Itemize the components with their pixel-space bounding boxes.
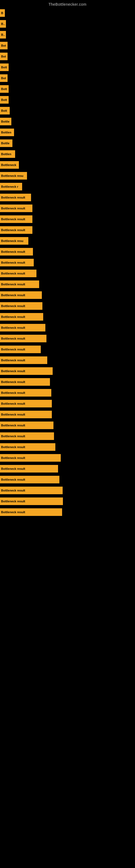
bar: Bottleneck result [0, 497, 63, 505]
bar-row: Bo [0, 29, 135, 40]
bar-row: Bottleneck result [0, 409, 135, 420]
bar: B [0, 9, 5, 17]
bar: Bo [0, 20, 6, 28]
bar-label: Bottleneck result [1, 250, 25, 253]
bar-row: Bottleneck result [0, 474, 135, 485]
bar-row: Bottleneck resu [0, 170, 135, 181]
bar: Bot [0, 53, 8, 60]
bar-label: Bott [1, 87, 7, 91]
bar: Bottleneck result [0, 443, 55, 451]
bar-label: Bottleneck r [1, 185, 18, 188]
bar-label: Bottleneck resu [1, 239, 24, 243]
bar: Bottleneck [0, 161, 19, 169]
bar-label: Bottleneck result [1, 283, 25, 286]
bar-row: Bottleneck result [0, 192, 135, 203]
bar-row: Bottleneck result [0, 496, 135, 507]
bar: Bottleneck result [0, 215, 32, 223]
bar-row: Bottleneck result [0, 311, 135, 322]
bar-row: Bottleneck result [0, 322, 135, 333]
bar-row: Bott [0, 62, 135, 73]
bar-row: Bot [0, 40, 135, 51]
bar-label: Bottlen [1, 152, 11, 156]
bar-row: Bottleneck result [0, 214, 135, 225]
bar-label: Bottleneck result [1, 402, 25, 405]
bar-label: Bottleneck result [1, 348, 25, 351]
bar-row: Bottleneck resu [0, 236, 135, 246]
bar: Bottleneck result [0, 508, 62, 516]
bar-row: Bottleneck result [0, 203, 135, 214]
bar-label: Bo [1, 33, 5, 36]
bar-row: Bottleneck result [0, 507, 135, 518]
bar: Bottleneck result [0, 411, 52, 418]
bar: Bottleneck result [0, 487, 63, 494]
bar-row: Bottleneck result [0, 225, 135, 236]
bar: Bottleneck result [0, 454, 61, 462]
bar-label: Bottleneck result [1, 293, 25, 297]
bar: Bottleneck result [0, 205, 32, 212]
bar-label: Bottleneck result [1, 456, 25, 460]
bar-label: Bottleneck result [1, 261, 25, 264]
bar-label: Bottleneck result [1, 478, 25, 481]
bar-row: Bott [0, 94, 135, 105]
bar-label: Bott [1, 66, 7, 69]
bar-row: Bottleneck result [0, 453, 135, 463]
bar-label: Bottleneck result [1, 391, 25, 394]
bar-label: Bot [1, 55, 6, 58]
bar-label: Bottle [1, 120, 9, 123]
bar-label: Bottleneck result [1, 359, 25, 362]
bar-label: Bottleneck result [1, 304, 25, 308]
bar-label: Bot [1, 44, 6, 47]
bar-label: Bottleneck result [1, 467, 25, 470]
bar-label: Bot [1, 76, 6, 80]
bar-label: Bottleneck result [1, 380, 25, 383]
bar: Bot [0, 42, 8, 50]
bar-label: Bott [1, 98, 7, 101]
bar-label: Bottleneck result [1, 500, 25, 503]
bar: Bottleneck result [0, 313, 43, 321]
bar-row: Bott [0, 105, 135, 116]
bar: Bott [0, 96, 9, 104]
bars-container: BBoBoBotBotBottBotBottBottBottBottleBott… [0, 8, 135, 518]
bar-row: Bottleneck result [0, 463, 135, 474]
bar-row: Bottleneck result [0, 333, 135, 344]
bar-label: Bottleneck resu [1, 174, 24, 177]
bar: Bottleneck result [0, 476, 59, 484]
bar: Bottleneck result [0, 378, 50, 386]
bar-row: Bottle [0, 116, 135, 127]
bar: Bottleneck result [0, 432, 54, 440]
bar: Bottleneck result [0, 280, 39, 288]
bar: Bo [0, 31, 6, 38]
bar-label: Bottleneck result [1, 489, 25, 492]
bar: Bottle [0, 118, 11, 125]
bar-label: Bottle [1, 142, 9, 145]
bar-row: Bottleneck result [0, 398, 135, 409]
bar: Bottleneck result [0, 248, 33, 255]
bar: Bottlen [0, 129, 14, 136]
bar-row: Bottleneck result [0, 246, 135, 257]
bar-row: Bo [0, 19, 135, 29]
bar: Bottleneck result [0, 465, 58, 472]
bar-row: Bottleneck result [0, 268, 135, 279]
bar: Bottle [0, 140, 12, 147]
bar-row: Bottleneck result [0, 431, 135, 442]
bar: Bottleneck resu [0, 172, 27, 180]
bar-label: Bottleneck result [1, 413, 25, 416]
bar-label: Bottleneck result [1, 207, 25, 210]
bar: Bottleneck result [0, 335, 46, 342]
bar-label: Bottleneck result [1, 228, 25, 231]
bar-row: Bott [0, 84, 135, 94]
bar-label: Bottleneck result [1, 369, 25, 373]
bar-row: Bottleneck result [0, 376, 135, 388]
bar-label: B [1, 11, 3, 14]
bar-row: Bottleneck result [0, 301, 135, 311]
bar-label: Bottleneck result [1, 435, 25, 438]
bar-row: Bot [0, 73, 135, 84]
bar: Bottleneck result [0, 291, 42, 299]
bar: Bottlen [0, 150, 15, 158]
bar-row: Bottleneck result [0, 344, 135, 355]
bar-row: B [0, 8, 135, 19]
bar: Bottleneck result [0, 422, 53, 429]
bar: Bottleneck result [0, 367, 53, 375]
bar: Bot [0, 74, 8, 82]
bar: Bottleneck result [0, 194, 31, 201]
